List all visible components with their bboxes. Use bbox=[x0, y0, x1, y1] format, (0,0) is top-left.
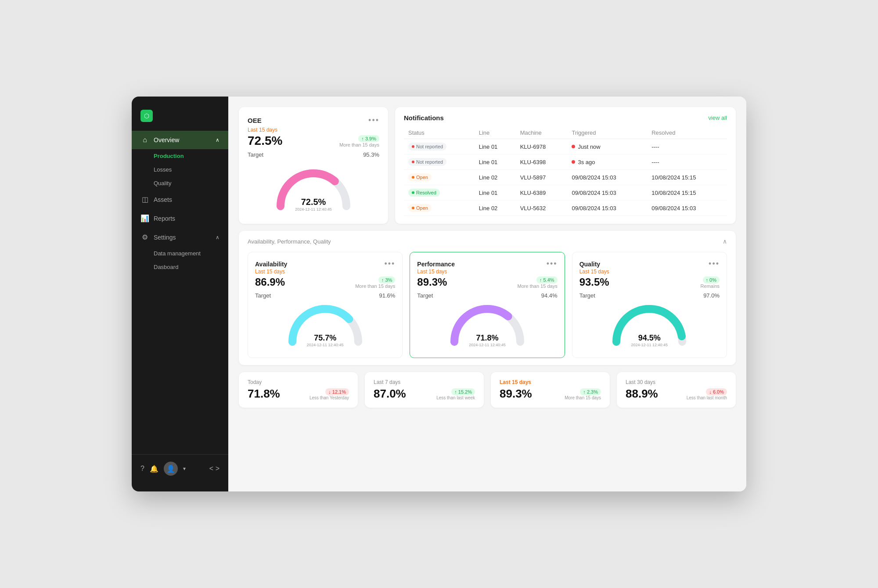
oee-gauge-date: 2024-12-11 12:40:45 bbox=[295, 207, 332, 212]
sidebar-item-quality[interactable]: Quality bbox=[132, 176, 228, 190]
oee-period: Last 15 days bbox=[248, 127, 379, 133]
availability-menu[interactable]: ••• bbox=[384, 259, 395, 269]
cell-machine: KLU-6978 bbox=[516, 139, 568, 154]
availability-badge-sub: More than 15 days bbox=[355, 283, 395, 289]
cell-status: Resolved bbox=[404, 185, 475, 201]
dropdown-icon[interactable]: ▾ bbox=[183, 466, 186, 472]
sidebar-item-settings[interactable]: ⚙ Settings ∧ bbox=[132, 228, 228, 247]
assets-icon: ◫ bbox=[140, 195, 149, 204]
table-row: Resolved Line 01 KLU-6389 09/08/2024 15:… bbox=[404, 185, 727, 201]
availability-badge: ↑ 3% bbox=[378, 276, 395, 283]
top-row: OEE ••• Last 15 days 72.5% ↑ 3.9% More t… bbox=[239, 107, 736, 224]
apq-collapse-icon[interactable]: ∧ bbox=[723, 238, 727, 245]
home-icon: ⌂ bbox=[140, 136, 149, 144]
table-row: Open Line 02 VLU-5632 09/08/2024 15:03 0… bbox=[404, 201, 727, 216]
stat-card-last7: Last 7 days 87.0% ↑ 15.2% Less than last… bbox=[365, 372, 484, 408]
browser-window: ⬡ ⌂ Overview ∧ Production Losses Quality… bbox=[132, 97, 746, 491]
today-value: 71.8% bbox=[248, 387, 280, 401]
last15-badge: ↑ 2.3% bbox=[580, 388, 601, 395]
notifications-table: Status Line Machine Triggered Resolved N… bbox=[404, 127, 727, 216]
availability-period: Last 15 days bbox=[255, 269, 395, 275]
cell-line: Line 01 bbox=[475, 154, 516, 170]
oee-value: 72.5% bbox=[248, 134, 282, 148]
col-triggered: Triggered bbox=[567, 127, 647, 139]
sidebar-item-production[interactable]: Production bbox=[132, 149, 228, 163]
apq-header: Availability, Performance, Quality ∧ bbox=[248, 238, 727, 245]
collapse-icon[interactable]: < > bbox=[209, 465, 220, 473]
cell-machine: KLU-6389 bbox=[516, 185, 568, 201]
cell-status: Open bbox=[404, 201, 475, 216]
performance-gauge-value: 71.8% bbox=[469, 333, 506, 343]
quality-badge-sub: Remains bbox=[701, 283, 720, 289]
nav-reports-label: Reports bbox=[154, 215, 175, 222]
cell-resolved: 10/08/2024 15:15 bbox=[647, 170, 727, 185]
sidebar-item-dashboard[interactable]: Dasboard bbox=[132, 260, 228, 274]
cell-resolved: 09/08/2024 15:03 bbox=[647, 201, 727, 216]
oee-badge: ↑ 3.9% bbox=[358, 135, 379, 142]
nav-overview-label: Overview bbox=[154, 136, 179, 143]
quality-period: Last 15 days bbox=[579, 269, 720, 275]
cell-resolved: ---- bbox=[647, 139, 727, 154]
last30-sub: Less than last month bbox=[687, 395, 727, 400]
apq-section: Availability, Performance, Quality ∧ Ava… bbox=[239, 231, 736, 365]
sidebar-item-data-management[interactable]: Data management bbox=[132, 247, 228, 260]
quality-target: Target 97.0% bbox=[579, 292, 720, 299]
col-line: Line bbox=[475, 127, 516, 139]
notifications-card: Notifications view all Status Line Machi… bbox=[395, 107, 736, 224]
performance-target: Target 94.4% bbox=[417, 292, 557, 299]
performance-badge: ↑ 5.4% bbox=[536, 276, 558, 283]
stat-card-last15: Last 15 days 89.3% ↑ 2.3% More than 15 d… bbox=[491, 372, 610, 408]
oee-menu[interactable]: ••• bbox=[368, 116, 379, 125]
quality-value: 93.5% bbox=[579, 276, 609, 288]
last30-value: 88.9% bbox=[626, 387, 658, 401]
apq-cards: Availability ••• Last 15 days 86.9% ↑ 3%… bbox=[248, 252, 727, 358]
cell-status: Not reported bbox=[404, 139, 475, 154]
sidebar-item-losses[interactable]: Losses bbox=[132, 163, 228, 176]
performance-gauge-date: 2024-12-11 12:40:45 bbox=[469, 343, 506, 347]
main-content: OEE ••• Last 15 days 72.5% ↑ 3.9% More t… bbox=[228, 97, 746, 491]
oee-badge-sub: More than 15 days bbox=[339, 142, 379, 147]
performance-menu[interactable]: ••• bbox=[547, 259, 558, 269]
last7-sub: Less than last week bbox=[436, 395, 475, 400]
availability-gauge-value: 75.7% bbox=[307, 333, 344, 343]
help-icon[interactable]: ? bbox=[140, 465, 144, 473]
sidebar-item-overview[interactable]: ⌂ Overview ∧ bbox=[132, 131, 228, 149]
oee-target-value: 95.3% bbox=[363, 151, 379, 158]
bell-icon[interactable]: 🔔 bbox=[150, 465, 158, 473]
quality-gauge-date: 2024-12-11 12:40:45 bbox=[631, 343, 668, 347]
cell-status: Open bbox=[404, 170, 475, 185]
cell-line: Line 01 bbox=[475, 185, 516, 201]
nav-settings-label: Settings bbox=[154, 234, 176, 241]
table-row: Open Line 02 VLU-5897 09/08/2024 15:03 1… bbox=[404, 170, 727, 185]
last15-value: 89.3% bbox=[500, 387, 532, 401]
apq-card-quality: Quality ••• Last 15 days 93.5% ↑ 0% Rema… bbox=[572, 252, 727, 358]
cell-triggered: 09/08/2024 15:03 bbox=[567, 201, 647, 216]
cell-line: Line 02 bbox=[475, 170, 516, 185]
cell-triggered: 3s ago bbox=[567, 154, 647, 170]
col-machine: Machine bbox=[516, 127, 568, 139]
oee-gauge-container: 72.5% 2024-12-11 12:40:45 bbox=[248, 162, 379, 215]
apq-card-performance: Performance ••• Last 15 days 89.3% ↑ 5.4… bbox=[410, 252, 565, 358]
view-all-link[interactable]: view all bbox=[708, 115, 727, 121]
oee-card-header: OEE ••• bbox=[248, 116, 379, 125]
nav-assets-label: Assets bbox=[154, 196, 172, 203]
cell-machine: KLU-6398 bbox=[516, 154, 568, 170]
availability-gauge-date: 2024-12-11 12:40:45 bbox=[307, 343, 344, 347]
last7-badge: ↑ 15.2% bbox=[451, 388, 475, 395]
sidebar-logo: ⬡ bbox=[132, 105, 228, 131]
last7-value: 87.0% bbox=[374, 387, 406, 401]
oee-gauge-value: 72.5% bbox=[295, 197, 332, 207]
oee-card: OEE ••• Last 15 days 72.5% ↑ 3.9% More t… bbox=[239, 107, 388, 224]
last15-period: Last 15 days bbox=[500, 379, 601, 385]
apq-title: Availability, Performance, Quality bbox=[248, 238, 331, 245]
avatar[interactable]: 👤 bbox=[164, 462, 178, 476]
cell-line: Line 01 bbox=[475, 139, 516, 154]
apq-card-availability: Availability ••• Last 15 days 86.9% ↑ 3%… bbox=[248, 252, 403, 358]
quality-menu[interactable]: ••• bbox=[709, 259, 720, 269]
cell-triggered: Just now bbox=[567, 139, 647, 154]
sidebar-item-assets[interactable]: ◫ Assets bbox=[132, 190, 228, 209]
today-badge: ↓ 12.1% bbox=[325, 388, 349, 395]
sidebar-item-reports[interactable]: 📊 Reports bbox=[132, 209, 228, 228]
notifications-title: Notifications bbox=[404, 114, 444, 122]
performance-badge-sub: More than 15 days bbox=[518, 283, 558, 289]
